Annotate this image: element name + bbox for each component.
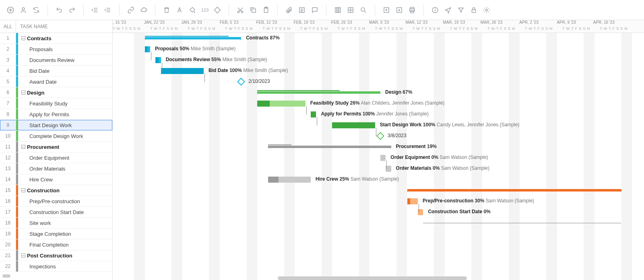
row-number[interactable]: 17 xyxy=(0,207,16,217)
outdent-icon[interactable] xyxy=(91,6,99,14)
link-icon[interactable] xyxy=(127,6,135,14)
cloud-icon[interactable] xyxy=(140,6,148,14)
info-icon[interactable] xyxy=(431,6,439,14)
task-name-cell[interactable]: Construction Start Date xyxy=(18,209,112,215)
row-number[interactable]: 10 xyxy=(0,131,16,141)
task-name-cell[interactable]: Apply for Permits xyxy=(18,111,112,117)
import-icon[interactable] xyxy=(382,6,390,14)
shape-icon[interactable] xyxy=(213,6,221,14)
task-row[interactable]: 17Construction Start Date xyxy=(0,207,112,218)
task-row[interactable]: 9Start Design Work xyxy=(0,120,112,131)
task-row[interactable]: 1Contracts xyxy=(0,33,112,44)
task-row[interactable]: 16Prep/Pre-construction xyxy=(0,196,112,207)
task-name-cell[interactable]: Procurement xyxy=(18,144,112,150)
task-name-cell[interactable]: Documents Review xyxy=(18,57,112,63)
row-number[interactable]: 15 xyxy=(0,185,16,196)
task-row[interactable]: 21Post Construction xyxy=(0,250,112,261)
gantt-task-bar[interactable] xyxy=(380,155,386,161)
row-number[interactable]: 9 xyxy=(0,120,16,130)
task-name-cell[interactable]: Site work xyxy=(18,220,112,226)
gantt-summary-bar[interactable] xyxy=(145,37,241,39)
add-icon[interactable] xyxy=(6,6,14,14)
collapse-icon[interactable] xyxy=(21,145,25,149)
task-name-cell[interactable]: Final Completion xyxy=(18,242,112,248)
row-number[interactable]: 3 xyxy=(0,55,16,65)
fill-icon[interactable] xyxy=(188,6,196,14)
row-number[interactable]: 22 xyxy=(0,261,16,272)
task-name-cell[interactable]: Bid Date xyxy=(18,68,112,74)
collapse-icon[interactable] xyxy=(21,253,25,257)
comment-icon[interactable] xyxy=(311,6,319,14)
number-format-label[interactable]: 123 xyxy=(201,8,208,12)
task-name-cell[interactable]: Construction xyxy=(18,187,112,194)
task-row[interactable]: 6Design xyxy=(0,87,112,98)
task-row[interactable]: 4Bid Date xyxy=(0,66,112,76)
trash-icon[interactable] xyxy=(163,6,171,14)
task-name-cell[interactable]: Complete Design Work xyxy=(18,133,112,139)
undo-icon[interactable] xyxy=(55,6,63,14)
collapse-icon[interactable] xyxy=(21,36,25,40)
send-icon[interactable] xyxy=(444,6,452,14)
all-filter-button[interactable]: ALL xyxy=(0,20,16,33)
row-number[interactable]: 14 xyxy=(0,174,16,185)
task-row[interactable]: 8Apply for Permits xyxy=(0,109,112,120)
task-name-cell[interactable]: Order Equipment xyxy=(18,155,112,161)
task-row[interactable]: 18Site work xyxy=(0,218,112,229)
row-number[interactable]: 21 xyxy=(0,250,16,261)
task-row[interactable]: 14Hire Crew xyxy=(0,174,112,185)
task-name-cell[interactable]: Contracts xyxy=(18,35,112,41)
cut-icon[interactable] xyxy=(236,6,244,14)
zoom-icon[interactable] xyxy=(359,6,367,14)
print-icon[interactable] xyxy=(408,6,416,14)
row-number[interactable]: 5 xyxy=(0,76,16,87)
columns-icon[interactable] xyxy=(334,6,342,14)
task-name-cell[interactable]: Feasibility Study xyxy=(18,101,112,107)
task-row[interactable]: 13Order Materials xyxy=(0,163,112,174)
task-row[interactable]: 11Procurement xyxy=(0,142,112,152)
row-number[interactable]: 18 xyxy=(0,218,16,228)
horizontal-scrollbar-left[interactable] xyxy=(2,274,10,278)
gantt-milestone[interactable] xyxy=(376,132,384,140)
task-name-cell[interactable]: Inspections xyxy=(18,264,112,270)
row-number[interactable]: 7 xyxy=(0,98,16,109)
task-name-cell[interactable]: Stage Completion xyxy=(18,231,112,237)
row-number[interactable]: 13 xyxy=(0,163,16,174)
task-row[interactable]: 19Stage Completion xyxy=(0,229,112,239)
indent-icon[interactable] xyxy=(104,6,112,14)
task-row[interactable]: 22Inspections xyxy=(0,261,112,272)
gantt-summary-bar[interactable] xyxy=(407,189,621,191)
task-name-cell[interactable]: Order Materials xyxy=(18,166,112,172)
task-row[interactable]: 2Proposals xyxy=(0,44,112,55)
person-icon[interactable] xyxy=(19,6,27,14)
task-row[interactable]: 10Complete Design Work xyxy=(0,131,112,142)
row-number[interactable]: 20 xyxy=(0,239,16,250)
task-row[interactable]: 12Order Equipment xyxy=(0,152,112,163)
row-number[interactable]: 16 xyxy=(0,196,16,206)
copy-icon[interactable] xyxy=(249,6,257,14)
task-name-cell[interactable]: Start Design Work xyxy=(18,122,112,128)
task-row[interactable]: 7Feasibility Study xyxy=(0,98,112,109)
filter-icon[interactable] xyxy=(457,6,465,14)
row-number[interactable]: 4 xyxy=(0,66,16,76)
settings-icon[interactable] xyxy=(483,6,491,14)
gantt-milestone[interactable] xyxy=(237,78,245,86)
gantt-summary-bar[interactable] xyxy=(268,146,391,148)
task-name-cell[interactable]: Design xyxy=(18,90,112,96)
row-number[interactable]: 19 xyxy=(0,229,16,239)
column-task-name[interactable]: TASK NAME xyxy=(16,24,112,29)
collapse-icon[interactable] xyxy=(21,188,25,192)
task-row[interactable]: 3Documents Review xyxy=(0,55,112,66)
task-name-cell[interactable]: Award Date xyxy=(18,79,112,85)
list-icon[interactable] xyxy=(298,6,306,14)
horizontal-scrollbar[interactable] xyxy=(278,276,467,280)
row-number[interactable]: 11 xyxy=(0,142,16,152)
task-row[interactable]: 5Award Date xyxy=(0,76,112,87)
redo-icon[interactable] xyxy=(68,6,76,14)
export-icon[interactable] xyxy=(395,6,403,14)
row-number[interactable]: 2 xyxy=(0,44,16,54)
grid-icon[interactable] xyxy=(347,6,355,14)
font-icon[interactable] xyxy=(175,6,184,14)
task-row[interactable]: 15Construction xyxy=(0,185,112,196)
attach-icon[interactable] xyxy=(285,6,293,14)
task-name-cell[interactable]: Hire Crew xyxy=(18,177,112,183)
